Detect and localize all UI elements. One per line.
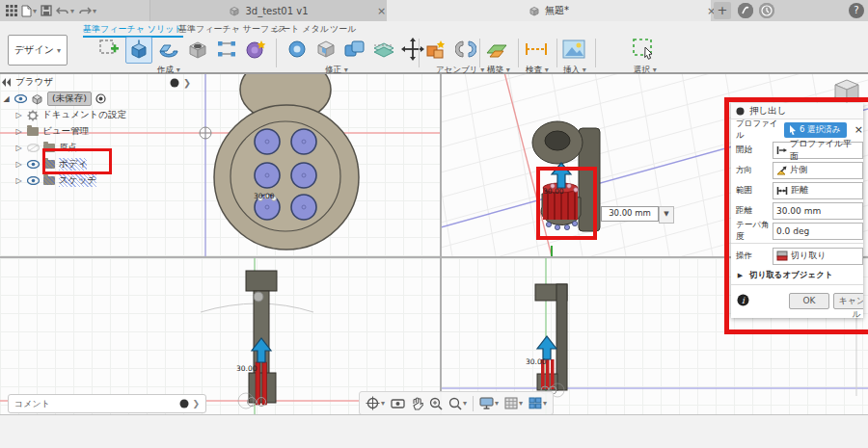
redo-button[interactable]: ▾ xyxy=(78,6,96,16)
new-component-button[interactable] xyxy=(424,37,449,62)
browser-item-view-management[interactable]: ▷ ビュー管理 xyxy=(2,123,191,140)
app-menu-icon[interactable] xyxy=(6,5,17,16)
ribbon-tab-sheetmetal[interactable]: シート メタル xyxy=(273,23,329,36)
construct-group-label[interactable]: 構築 ▾ xyxy=(487,65,510,76)
document-tab-2-active[interactable]: 無題* xyxy=(387,0,711,21)
comment-options-icon[interactable] xyxy=(179,399,189,408)
cursor-icon xyxy=(789,125,797,135)
browser-options-icon[interactable] xyxy=(170,78,179,88)
operation-dropdown[interactable]: 切り取り xyxy=(773,248,863,265)
create-sketch-button[interactable] xyxy=(96,37,122,62)
browser-item-document-settings[interactable]: ▷ ドキュメントの設定 xyxy=(2,107,191,123)
ok-button[interactable]: OK xyxy=(789,293,829,309)
inspect-group-label[interactable]: 検査 ▾ xyxy=(526,65,549,76)
expander-closed-icon[interactable]: ▷ xyxy=(14,111,23,119)
insert-canvas-button[interactable] xyxy=(561,37,586,62)
expander-closed-icon[interactable]: ▷ xyxy=(14,160,23,169)
help-button[interactable]: ? xyxy=(849,3,864,18)
joint-button[interactable] xyxy=(453,37,478,62)
cancel-button[interactable]: キャンセル xyxy=(833,293,863,309)
collapse-browser-icon[interactable] xyxy=(2,78,12,87)
select-button[interactable] xyxy=(632,37,657,62)
close-tab-icon[interactable]: × xyxy=(377,5,386,17)
info-icon[interactable]: i xyxy=(737,294,749,306)
browser-root-row[interactable]: ◢ (未保存) xyxy=(2,91,191,107)
extent-dropdown[interactable]: 距離 xyxy=(773,182,863,199)
direction-row: 方向 片側 xyxy=(731,160,863,180)
body-inner-ring[interactable] xyxy=(231,121,340,231)
ribbon-tab-solid[interactable]: 基準フィーチャ ソリッド xyxy=(83,23,183,38)
distance-input[interactable]: 30.00 mm xyxy=(601,206,659,222)
direction-dropdown[interactable]: 片側 xyxy=(773,162,863,179)
distance-dropdown-button[interactable]: ▼ xyxy=(659,206,674,224)
create-form-button[interactable] xyxy=(243,37,268,62)
pan-button[interactable] xyxy=(411,397,423,410)
insert-group-label[interactable]: 挿入 ▾ xyxy=(563,65,586,76)
browser-item-bodies[interactable]: ▷ ボディ xyxy=(2,156,191,172)
revolve-button[interactable] xyxy=(156,37,181,62)
visibility-eye-icon[interactable] xyxy=(27,176,40,185)
notifications-button[interactable] xyxy=(759,3,774,18)
dialog-titlebar[interactable]: 押し出し xyxy=(731,103,863,119)
select-group-label[interactable]: 選択 ▾ xyxy=(634,65,657,76)
browser-item-sketches[interactable]: ▷ スケッチ xyxy=(2,172,191,189)
visibility-eye-icon[interactable] xyxy=(14,94,27,103)
start-dropdown[interactable]: プロファイル平面 xyxy=(773,142,863,159)
pattern-button[interactable] xyxy=(214,37,239,62)
expander-closed-icon[interactable]: ▷ xyxy=(14,176,23,185)
visibility-eye-icon[interactable] xyxy=(27,160,40,169)
caret-down-icon: ▾ xyxy=(381,399,385,408)
grid-settings-button[interactable]: ▾ xyxy=(504,397,523,409)
distance-field[interactable]: 30.00 mm xyxy=(773,202,863,220)
offset-plane-button[interactable] xyxy=(484,37,509,62)
extrude-button[interactable] xyxy=(125,37,152,64)
clear-selection-icon[interactable]: × xyxy=(854,123,863,136)
profile-select-button[interactable]: 6 選択済み xyxy=(784,122,847,138)
view-cube[interactable] xyxy=(827,75,862,104)
document-tab-1[interactable]: 3d_test01 v1 xyxy=(149,0,388,21)
origin-marker[interactable] xyxy=(200,127,211,139)
combine-button[interactable] xyxy=(342,37,367,62)
visibility-eye-off-icon[interactable] xyxy=(27,144,40,152)
split-body-button[interactable] xyxy=(371,37,396,62)
fit-button[interactable]: ▾ xyxy=(448,397,467,410)
distance-row: 距離 30.00 mm xyxy=(731,200,863,221)
front-part[interactable] xyxy=(246,271,277,403)
undo-button[interactable]: ▾ xyxy=(56,6,74,16)
extensions-button[interactable] xyxy=(738,3,753,18)
ribbon-tab-tools[interactable]: ツール xyxy=(330,23,356,36)
hole-button[interactable] xyxy=(185,37,210,62)
shell-button[interactable] xyxy=(313,37,339,62)
comment-flyout-icon[interactable]: ❯ xyxy=(192,399,200,408)
taper-field[interactable]: 0.0 deg xyxy=(773,223,863,240)
extrude-arrow-side[interactable] xyxy=(537,336,556,359)
expander-open-icon[interactable]: ◢ xyxy=(2,94,11,103)
ribbon-tab-surface[interactable]: 基準フィーチャ サーフェス xyxy=(178,23,287,36)
workspace-selector[interactable]: デザイン ▾ xyxy=(8,35,68,66)
move-copy-button[interactable] xyxy=(400,37,425,62)
caret-down-icon: ▼ xyxy=(664,210,668,218)
measure-button[interactable] xyxy=(524,37,549,62)
browser-flyout-icon[interactable]: ❯ xyxy=(183,77,191,88)
viewport-divider-vertical[interactable] xyxy=(440,72,442,414)
activate-radio-icon[interactable] xyxy=(95,93,106,104)
file-menu-button[interactable]: ▾ xyxy=(21,5,37,17)
document-cube-icon xyxy=(229,6,240,16)
new-tab-button[interactable]: + xyxy=(714,2,731,19)
display-settings-button[interactable]: ▾ xyxy=(479,397,499,409)
row-label: 開始 xyxy=(736,145,773,156)
viewports-button[interactable]: ▾ xyxy=(529,397,547,409)
modify-group-label[interactable]: 修正 ▾ xyxy=(325,65,348,76)
objects-to-cut-expander[interactable]: ▶ 切り取るオブジェクト xyxy=(731,266,863,284)
assemble-group-label[interactable]: アセンブリ ▾ xyxy=(436,65,484,76)
orbit-button[interactable]: ▾ xyxy=(366,396,385,410)
browser-item-origin[interactable]: ▷ 原点 xyxy=(2,140,191,156)
expander-closed-icon[interactable]: ▷ xyxy=(14,144,23,152)
save-button[interactable] xyxy=(41,5,52,16)
expander-closed-icon[interactable]: ▷ xyxy=(14,127,23,136)
press-pull-button[interactable] xyxy=(285,37,310,62)
comment-bar[interactable]: コメント ❯ xyxy=(8,394,206,413)
create-group-label[interactable]: 作成 ▾ xyxy=(157,65,180,76)
zoom-button[interactable] xyxy=(429,397,443,410)
look-at-button[interactable] xyxy=(391,398,405,409)
